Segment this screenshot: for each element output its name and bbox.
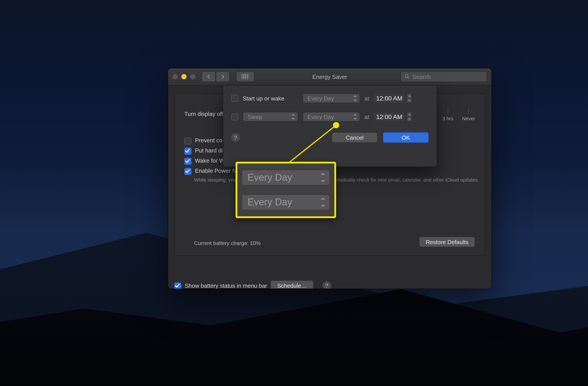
svg-line-1 bbox=[408, 77, 409, 79]
startup-wake-day-popup[interactable]: Every Day bbox=[303, 94, 360, 103]
popup-stepper-icon bbox=[353, 95, 358, 101]
schedule-button[interactable]: Schedule… bbox=[271, 280, 314, 289]
forward-button[interactable] bbox=[216, 71, 230, 82]
sleep-time-field[interactable]: 12:00 AM bbox=[374, 112, 412, 122]
power-nap-checkbox[interactable] bbox=[184, 168, 191, 175]
back-button[interactable] bbox=[202, 71, 216, 82]
window-toolbar: Energy Saver Search bbox=[168, 68, 491, 85]
restore-defaults-button[interactable]: Restore Defaults bbox=[419, 237, 475, 247]
popup-stepper-icon bbox=[353, 114, 358, 120]
sheet-help-button[interactable]: ? bbox=[231, 133, 240, 142]
minimize-window-button[interactable] bbox=[181, 74, 187, 79]
power-nap-row: Enable Power Nap while plugged into a po… bbox=[184, 167, 479, 175]
ok-button[interactable]: OK bbox=[383, 132, 429, 143]
show-all-button[interactable] bbox=[236, 71, 254, 82]
power-nap-sublabel: While sleeping, your Mac can back up usi… bbox=[194, 177, 479, 183]
popup-stepper-icon bbox=[292, 114, 296, 120]
time-stepper-1[interactable] bbox=[407, 94, 412, 103]
window-traffic-lights bbox=[172, 74, 195, 79]
grid-icon bbox=[242, 74, 249, 79]
zoom-window-button[interactable] bbox=[190, 74, 195, 79]
tick-3hrs: 3 hrs bbox=[442, 109, 453, 121]
prevent-sleep-checkbox[interactable] bbox=[184, 137, 191, 145]
sleep-checkbox[interactable] bbox=[231, 113, 238, 120]
svg-point-0 bbox=[405, 75, 408, 78]
sleep-day-value: Every Day bbox=[307, 114, 334, 120]
tick-3hrs-label: 3 hrs bbox=[442, 116, 453, 121]
search-icon bbox=[404, 74, 410, 79]
cancel-button[interactable]: Cancel bbox=[332, 132, 378, 143]
nav-segment bbox=[202, 71, 230, 82]
tick-never-label: Never bbox=[462, 116, 475, 121]
battery-charge-label: Current battery charge: 10% bbox=[194, 240, 261, 246]
tick-line bbox=[448, 109, 448, 114]
time-stepper-2[interactable] bbox=[407, 112, 412, 122]
tick-line bbox=[468, 109, 469, 114]
window-footer: Show battery status in menu bar ? Schedu… bbox=[174, 280, 485, 289]
search-placeholder: Search bbox=[412, 73, 431, 80]
search-field[interactable]: Search bbox=[400, 71, 487, 82]
sleep-time-value: 12:00 AM bbox=[374, 112, 405, 121]
sleep-action-popup[interactable]: Sleep bbox=[243, 112, 298, 122]
startup-wake-day-value: Every Day bbox=[307, 95, 334, 102]
put-hard-disks-checkbox[interactable] bbox=[184, 148, 191, 155]
close-window-button[interactable] bbox=[172, 74, 178, 79]
power-nap-label: Enable Power Nap while plugged into a po… bbox=[195, 167, 333, 174]
help-button[interactable]: ? bbox=[322, 281, 331, 289]
startup-wake-row: Start up or wake Every Day at 12:00 AM bbox=[231, 94, 429, 103]
sleep-day-popup[interactable]: Every Day bbox=[303, 112, 360, 122]
show-battery-status-label: Show battery status in menu bar bbox=[185, 282, 267, 289]
chevron-right-icon bbox=[221, 75, 225, 79]
at-label-2: at bbox=[364, 114, 369, 120]
startup-wake-checkbox[interactable] bbox=[231, 95, 238, 102]
schedule-sheet: Start up or wake Every Day at 12:00 AM S… bbox=[223, 85, 437, 167]
show-battery-status-checkbox[interactable] bbox=[174, 282, 181, 289]
chevron-left-icon bbox=[207, 75, 211, 79]
sleep-row: Sleep Every Day at 12:00 AM bbox=[231, 112, 429, 122]
tick-never: Never bbox=[462, 109, 475, 121]
annotation-dot bbox=[333, 122, 339, 128]
sheet-bottom-bar: ? Cancel OK bbox=[231, 132, 429, 143]
startup-wake-time-value: 12:00 AM bbox=[374, 94, 405, 103]
startup-wake-label: Start up or wake bbox=[243, 95, 298, 102]
at-label-1: at bbox=[364, 95, 369, 102]
startup-wake-time-field[interactable]: 12:00 AM bbox=[374, 94, 412, 103]
energy-saver-window: Energy Saver Search Turn display off aft… bbox=[168, 68, 491, 289]
sleep-action-value: Sleep bbox=[248, 114, 262, 120]
wake-wifi-checkbox[interactable] bbox=[184, 158, 191, 165]
